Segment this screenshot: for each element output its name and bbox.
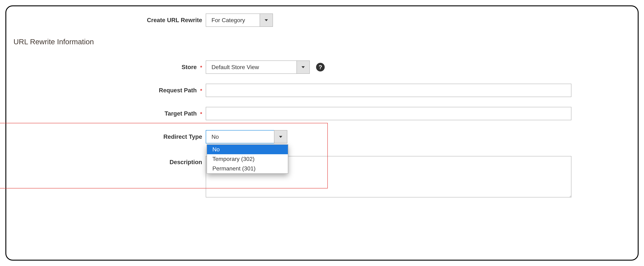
caret-down-icon xyxy=(274,130,287,144)
dropdown-redirect-type-options: No Temporary (302) Permanent (301) xyxy=(207,144,288,174)
select-value-store: Default Store View xyxy=(206,60,296,74)
option-no[interactable]: No xyxy=(207,145,288,154)
label-description: Description xyxy=(14,156,206,166)
label-text-create: Create URL Rewrite xyxy=(147,17,202,23)
row-store: Store * Default Store View ? xyxy=(14,60,630,74)
required-star-icon: * xyxy=(200,88,202,93)
label-target-path: Target Path * xyxy=(14,110,206,117)
label-store: Store * xyxy=(14,64,206,71)
row-create-url-rewrite: Create URL Rewrite For Category xyxy=(14,14,630,27)
required-star-icon: * xyxy=(200,111,202,117)
select-redirect-type[interactable]: No xyxy=(206,130,287,144)
form-frame: Create URL Rewrite For Category URL Rewr… xyxy=(6,6,638,260)
row-redirect-type: Redirect Type No xyxy=(14,130,630,144)
option-temporary-302[interactable]: Temporary (302) xyxy=(207,154,288,164)
label-text-store: Store xyxy=(182,64,197,70)
label-redirect-type: Redirect Type xyxy=(14,133,206,140)
label-text-request-path: Request Path xyxy=(159,87,197,94)
select-value-create: For Category xyxy=(206,14,260,27)
select-store[interactable]: Default Store View xyxy=(206,60,310,74)
label-text-target-path: Target Path xyxy=(164,110,197,117)
required-star-icon: * xyxy=(200,65,202,70)
row-target-path: Target Path * xyxy=(14,107,630,120)
label-text-redirect-type: Redirect Type xyxy=(163,133,202,140)
help-icon[interactable]: ? xyxy=(316,63,325,71)
section-title: URL Rewrite Information xyxy=(14,38,630,46)
select-value-redirect-type: No xyxy=(206,130,274,144)
row-description: Description xyxy=(14,156,630,198)
caret-down-icon xyxy=(296,60,310,74)
caret-down-icon xyxy=(260,14,273,27)
row-request-path: Request Path * xyxy=(14,84,630,97)
label-create-url-rewrite: Create URL Rewrite xyxy=(14,17,206,24)
input-target-path[interactable] xyxy=(206,107,572,120)
select-create-url-rewrite[interactable]: For Category xyxy=(206,14,273,27)
label-request-path: Request Path * xyxy=(14,87,206,94)
input-request-path[interactable] xyxy=(206,84,572,97)
label-text-description: Description xyxy=(170,159,202,165)
option-permanent-301[interactable]: Permanent (301) xyxy=(207,164,288,173)
